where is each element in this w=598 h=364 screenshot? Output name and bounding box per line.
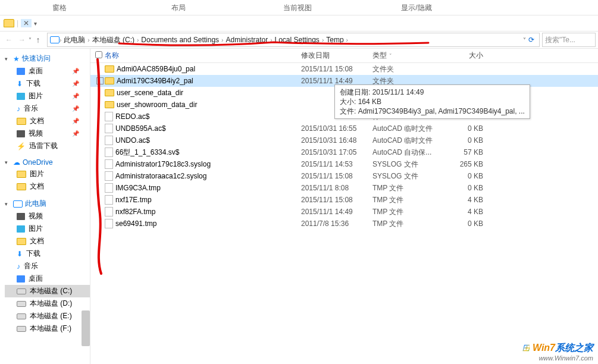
file-date: 2015/10/31 16:48 — [301, 136, 372, 145]
navigation-pane[interactable]: ▾★快速访问桌面📌⬇下载📌图片📌♪音乐📌文档📌视频📌⚡迅雷下载▾☁OneDriv… — [0, 49, 90, 364]
delete-icon[interactable]: ✕ — [21, 19, 32, 27]
sidebar-item[interactable]: 视频 — [5, 210, 90, 222]
file-name: UNDO.ac$ — [115, 136, 150, 145]
file-size: 4 KB — [442, 196, 483, 204]
search-input[interactable]: 搜索"Te... — [542, 33, 596, 47]
file-name: Admi0AAC859B4ju0_pal — [117, 65, 195, 73]
chevron-down-icon[interactable]: ˅ — [523, 37, 526, 43]
sidebar-item[interactable]: ♪音乐📌 — [5, 102, 90, 115]
file-row[interactable]: Admi0AAC859B4ju0_pal 2015/11/1 15:08 文件夹 — [90, 63, 598, 75]
breadcrumb-segment[interactable]: 此电脑 — [61, 36, 87, 44]
sidebar-item-label: 文档 — [30, 236, 44, 246]
breadcrumb-segment[interactable]: Administrator — [223, 36, 270, 44]
breadcrumb-segment[interactable]: Documents and Settings — [139, 36, 221, 44]
documents-icon — [17, 118, 26, 125]
file-row[interactable]: UNDO.ac$ 2015/10/31 16:48 AutoCAD 临时文件 0… — [90, 134, 598, 146]
monitor-icon — [50, 36, 60, 43]
file-name: Administrator179c18c3.syslog — [115, 160, 211, 168]
file-date: 2015/11/1 15:08 — [301, 196, 372, 204]
file-row[interactable]: Administrator179c18c3.syslog 2015/11/1 1… — [90, 158, 598, 170]
sidebar-item[interactable]: 图片📌 — [5, 90, 90, 102]
file-type: TMP 文件 — [372, 195, 442, 205]
ribbon-tab[interactable]: 显示/隐藏 — [357, 0, 476, 15]
file-row[interactable]: nxf82FA.tmp 2015/11/1 14:49 TMP 文件 4 KB — [90, 206, 598, 218]
folder-icon — [105, 89, 114, 96]
download-icon: ⬇ — [17, 80, 23, 88]
dropdown-icon[interactable]: ▾ — [34, 20, 37, 27]
breadcrumb-segment[interactable]: Local Settings — [272, 36, 321, 44]
ribbon-tab[interactable]: 窗格 — [0, 0, 119, 15]
column-headers[interactable]: 名称 修改日期 类型˅ 大小 — [90, 49, 598, 63]
sidebar-item[interactable]: 文档 — [5, 235, 90, 247]
disk-icon — [17, 313, 26, 319]
back-button[interactable]: ← — [2, 33, 15, 46]
breadcrumb-segment[interactable]: 本地磁盘 (C:) — [90, 36, 137, 44]
sidebar-item[interactable]: ⬇下载 — [5, 247, 90, 260]
file-row[interactable]: UNDB595A.ac$ 2015/10/31 16:55 AutoCAD 临时… — [90, 123, 598, 134]
sidebar-item[interactable]: ⚡迅雷下载 — [5, 140, 90, 152]
file-size: 0 KB — [442, 124, 483, 133]
breadcrumb-segment[interactable]: Temp — [324, 36, 346, 44]
sidebar-item[interactable]: 桌面 — [5, 272, 90, 285]
caret-icon[interactable]: ▾ — [5, 56, 11, 62]
videos-icon — [17, 130, 25, 137]
sidebar-header[interactable]: ▾此电脑 — [5, 197, 90, 210]
column-size[interactable]: 大小 — [442, 51, 483, 61]
sidebar-item-label: 本地磁盘 (D:) — [30, 299, 72, 309]
file-row[interactable]: 66型_1_1_6334.sv$ 2015/10/31 17:05 AutoCA… — [90, 146, 598, 158]
up-button[interactable]: ↑ — [32, 33, 45, 46]
sidebar-item[interactable]: 桌面📌 — [5, 65, 90, 77]
refresh-icon[interactable]: ⟳ — [528, 36, 534, 44]
sidebar-item[interactable]: 图片 — [5, 168, 90, 180]
file-name: nxf82FA.tmp — [115, 208, 155, 216]
sidebar-item[interactable]: ♪音乐 — [5, 260, 90, 272]
desktop-icon — [17, 275, 25, 283]
sidebar-item[interactable]: 本地磁盘 (F:) — [5, 322, 90, 335]
sidebar-item[interactable]: ⬇下载📌 — [5, 77, 90, 90]
file-row[interactable]: Administratoraaca1c2.syslog 2015/11/1 15… — [90, 170, 598, 182]
ribbon-tab[interactable]: 当前视图 — [238, 0, 357, 15]
scrollbar-thumb[interactable] — [82, 310, 90, 346]
download-icon: ⬇ — [17, 250, 23, 258]
file-type: SYSLOG 文件 — [372, 159, 442, 170]
column-name[interactable]: 名称 — [105, 51, 301, 61]
sidebar-item[interactable]: 本地磁盘 (D:) — [5, 297, 90, 310]
chevron-right-icon[interactable]: › — [346, 37, 348, 43]
sidebar-item[interactable]: 本地磁盘 (C:) — [5, 285, 90, 297]
column-type[interactable]: 类型˅ — [372, 51, 442, 61]
row-checkbox[interactable] — [96, 77, 104, 84]
thunder-icon: ⚡ — [17, 142, 26, 150]
divider: | — [17, 19, 18, 27]
file-name: UNDB595A.ac$ — [115, 124, 166, 133]
sidebar-item[interactable]: 视频📌 — [5, 127, 90, 140]
file-name: user_scene_data_dir — [117, 89, 183, 97]
file-row[interactable]: IMG9C3A.tmp 2015/11/1 8:08 TMP 文件 0 KB — [90, 182, 598, 194]
breadcrumb[interactable]: › 此电脑›本地磁盘 (C:)›Documents and Settings›A… — [47, 33, 540, 47]
star-icon: ★ — [13, 55, 20, 63]
sidebar-item[interactable]: 文档 — [5, 180, 90, 193]
file-row[interactable]: nxf17E.tmp 2015/11/1 15:08 TMP 文件 4 KB — [90, 194, 598, 206]
caret-icon[interactable]: ▾ — [5, 159, 11, 165]
sidebar-label: 快速访问 — [22, 54, 51, 64]
pin-icon: 📌 — [72, 105, 79, 112]
sidebar-item-label: 本地磁盘 (F:) — [30, 324, 71, 334]
file-size: 0 KB — [442, 136, 483, 145]
sidebar-item[interactable]: 文档📌 — [5, 115, 90, 127]
forward-button[interactable]: → — [15, 33, 29, 46]
file-icon — [105, 183, 113, 193]
file-type: TMP 文件 — [372, 183, 442, 193]
folder-icon[interactable] — [4, 19, 14, 27]
file-row[interactable]: se69491.tmp 2011/7/8 15:36 TMP 文件 0 KB — [90, 218, 598, 230]
sidebar-header[interactable]: ▾★快速访问 — [5, 52, 90, 65]
file-type: SYSLOG 文件 — [372, 171, 442, 181]
select-all-checkbox[interactable] — [95, 51, 102, 58]
sidebar-header[interactable]: ▾☁OneDrive — [5, 157, 90, 168]
column-date[interactable]: 修改日期 — [301, 51, 372, 61]
ribbon-tab[interactable]: 布局 — [119, 0, 238, 15]
sidebar-item[interactable]: 图片 — [5, 222, 90, 235]
sidebar-item[interactable]: 本地磁盘 (E:) — [5, 310, 90, 322]
file-size: 265 KB — [442, 160, 483, 168]
sidebar-item-label: 图片 — [30, 169, 44, 179]
pin-icon: 📌 — [72, 68, 79, 74]
caret-icon[interactable]: ▾ — [5, 201, 11, 207]
